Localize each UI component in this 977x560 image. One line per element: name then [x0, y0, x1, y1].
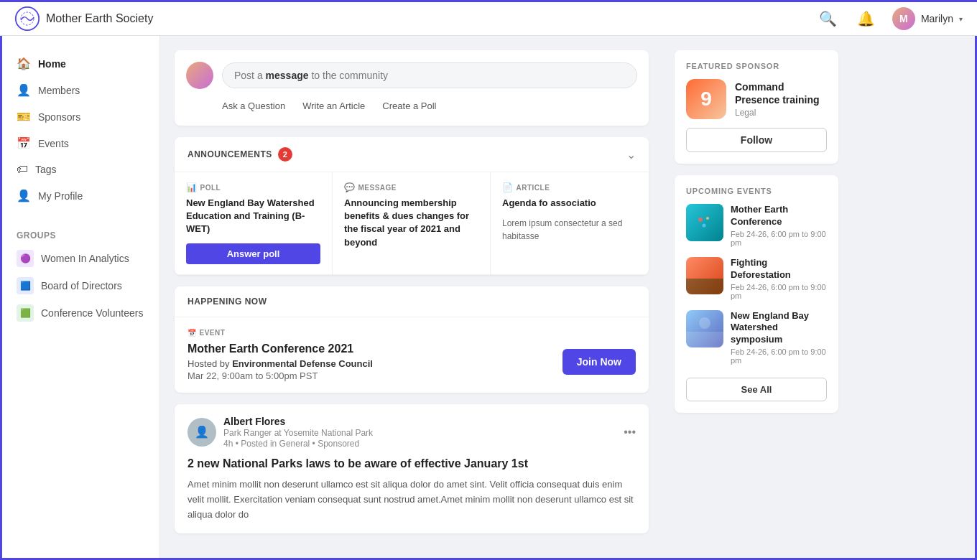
upcoming-event-date-0: Feb 24-26, 6:00 pm to 9:00 pm	[731, 230, 827, 247]
event-title: Mother Earth Conference 2021	[187, 342, 373, 355]
compose-avatar	[186, 62, 213, 89]
announcements-title: ANNOUNCEMENTS	[187, 149, 272, 159]
sidebar-group-women-analytics[interactable]: 🟣 Women In Analytics	[2, 245, 159, 272]
happening-now-title: HAPPENING NOW	[187, 297, 267, 307]
announcements-header: ANNOUNCEMENTS 2 ⌄	[175, 137, 649, 172]
announcements-badge: 2	[278, 147, 292, 162]
upcoming-event-info-1: Fighting Deforestation Feb 24-26, 6:00 p…	[731, 257, 827, 300]
ann-type-label-2: ARTICLE	[517, 184, 550, 192]
svg-rect-2	[686, 204, 723, 241]
post-actions-row: Ask a Question Write an Article Create a…	[186, 98, 637, 114]
write-article-button[interactable]: Write an Article	[302, 98, 365, 114]
sidebar-item-tags[interactable]: 🏷 Tags	[2, 157, 159, 182]
post-author-info: 👤 Albert Flores Park Ranger at Yosemite …	[187, 416, 373, 449]
sponsors-icon: 🎫	[17, 110, 31, 123]
groups-section-title: Groups	[2, 223, 159, 245]
sidebar-group-conf-volunteers[interactable]: 🟩 Conference Volunteers	[2, 299, 159, 327]
ann-type-0: 📊 POLL	[186, 182, 320, 192]
announcements-grid: 📊 POLL New England Bay Watershed Educati…	[175, 172, 649, 275]
group-avatar-conf-volunteers: 🟩	[17, 304, 34, 322]
upcoming-event-name-1: Fighting Deforestation	[731, 257, 827, 281]
featured-sponsor-card: FEATURED SPONSOR 9 Command Presence trai…	[675, 50, 838, 164]
post-author-title: Park Ranger at Yosemite National Park	[223, 428, 373, 438]
event-info: Mother Earth Conference 2021 Hosted by E…	[187, 342, 373, 381]
svg-point-10	[699, 317, 710, 329]
follow-button[interactable]: Follow	[686, 128, 827, 152]
answer-poll-button[interactable]: Answer poll	[186, 243, 320, 264]
poll-icon: 📊	[186, 182, 198, 192]
logo-icon	[14, 6, 40, 32]
sponsor-tag: Legal	[735, 108, 827, 118]
user-menu[interactable]: M Marilyn ▾	[892, 7, 963, 30]
featured-sponsor-title: FEATURED SPONSOR	[686, 62, 827, 70]
see-all-button[interactable]: See All	[686, 378, 827, 401]
article-icon: 📄	[502, 182, 514, 192]
sidebar-item-label-members: Members	[38, 85, 80, 96]
ann-title-2: Agenda fo associatio	[502, 197, 637, 210]
sidebar: 🏠 Home 👤 Members 🎫 Sponsors 📅 Events 🏷 T…	[2, 36, 160, 558]
upcoming-event-date-2: Feb 24-26, 6:00 pm to 9:00 pm	[731, 347, 827, 365]
sidebar-item-home[interactable]: 🏠 Home	[2, 50, 159, 77]
announcements-title-row: ANNOUNCEMENTS 2	[187, 147, 292, 162]
create-poll-button[interactable]: Create a Poll	[382, 98, 436, 114]
announcement-item-2: 📄 ARTICLE Agenda fo associatio Lorem ips…	[491, 172, 649, 275]
post-author-meta: 4h • Posted in General • Sponsored	[223, 439, 373, 449]
svg-point-3	[698, 218, 703, 222]
logo-area: Mother Earth Society	[14, 6, 816, 32]
announcements-collapse-button[interactable]: ⌄	[626, 148, 636, 162]
ann-title-0: New England Bay Watershed Education and …	[186, 197, 320, 236]
event-type-icon: 📅	[187, 329, 197, 337]
upcoming-event-name-2: New England Bay Watershed symposium	[731, 310, 827, 347]
avatar: M	[892, 7, 915, 30]
notifications-button[interactable]: 🔔	[854, 7, 878, 30]
sidebar-item-label-sponsors: Sponsors	[38, 111, 80, 123]
post-author-name: Albert Flores	[223, 416, 373, 427]
sidebar-item-my-profile[interactable]: 👤 My Profile	[2, 182, 159, 209]
announcement-item-1: 💬 MESSAGE Announcing membership benefits…	[333, 172, 491, 275]
upcoming-event-img-0	[686, 204, 723, 241]
sidebar-item-members[interactable]: 👤 Members	[2, 77, 159, 103]
ann-type-label-0: POLL	[200, 184, 221, 192]
post-input-row: Post a message to the community	[186, 62, 637, 89]
message-icon: 💬	[344, 182, 356, 192]
ask-question-button[interactable]: Ask a Question	[222, 98, 285, 114]
post-headline: 2 new National Parks laws to be aware of…	[187, 456, 636, 472]
ann-type-2: 📄 ARTICLE	[502, 182, 637, 192]
post-author-row: 👤 Albert Flores Park Ranger at Yosemite …	[187, 416, 636, 449]
upcoming-event-0: Mother Earth Conference Feb 24-26, 6:00 …	[686, 204, 827, 247]
user-name: Marilyn	[921, 13, 953, 24]
top-nav: Mother Earth Society 🔍 🔔 M Marilyn ▾	[0, 0, 977, 36]
chevron-down-icon: ▾	[959, 15, 963, 23]
post-author-details: Albert Flores Park Ranger at Yosemite Na…	[223, 416, 373, 449]
sidebar-group-board-directors[interactable]: 🟦 Board of Directors	[2, 272, 159, 299]
group-label-conf-volunteers: Conference Volunteers	[41, 307, 143, 319]
home-icon: 🏠	[17, 57, 31, 70]
upcoming-event-1: Fighting Deforestation Feb 24-26, 6:00 p…	[686, 257, 827, 300]
event-time: Mar 22, 9:00am to 5:00pm PST	[187, 370, 373, 381]
event-host: Hosted by Environmental Defense Council	[187, 358, 373, 369]
event-main-row: Mother Earth Conference 2021 Hosted by E…	[187, 342, 636, 381]
sponsor-name: Command Presence training	[735, 80, 827, 106]
post-more-button[interactable]: •••	[624, 426, 636, 439]
main-feed: Post a message to the community Ask a Qu…	[160, 36, 663, 558]
ann-type-1: 💬 MESSAGE	[344, 182, 478, 192]
page-wrapper: 🏠 Home 👤 Members 🎫 Sponsors 📅 Events 🏷 T…	[0, 36, 977, 560]
happening-now-event: 📅 EVENT Mother Earth Conference 2021 Hos…	[175, 317, 649, 393]
ann-type-label-1: MESSAGE	[358, 184, 397, 192]
happening-now-header: HAPPENING NOW	[175, 286, 649, 317]
sidebar-item-events[interactable]: 📅 Events	[2, 130, 159, 157]
sidebar-item-label-events: Events	[38, 138, 69, 149]
ann-title-1: Announcing membership benefits & dues ch…	[344, 197, 478, 249]
group-label-women-analytics: Women In Analytics	[41, 253, 129, 264]
svg-rect-7	[686, 279, 723, 294]
event-host-name: Environmental Defense Council	[232, 358, 373, 369]
join-now-button[interactable]: Join Now	[562, 349, 636, 375]
sponsor-logo: 9	[686, 79, 726, 119]
app-name: Mother Earth Society	[46, 12, 153, 25]
post-input[interactable]: Post a message to the community	[222, 62, 637, 88]
sidebar-item-sponsors[interactable]: 🎫 Sponsors	[2, 103, 159, 130]
search-button[interactable]: 🔍	[816, 7, 840, 30]
upcoming-event-img-1	[686, 257, 723, 294]
svg-point-5	[703, 224, 706, 228]
events-icon: 📅	[17, 136, 31, 150]
